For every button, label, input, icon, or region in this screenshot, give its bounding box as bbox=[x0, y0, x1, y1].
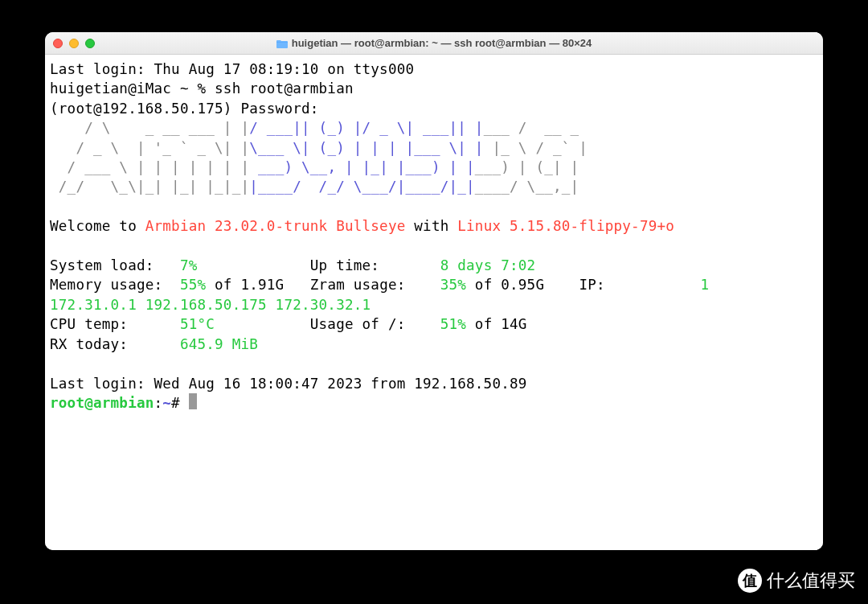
ascii-art-line: ___ / __ _ bbox=[484, 120, 588, 136]
stat-ip-label: IP: bbox=[579, 277, 700, 293]
stat-mem-label: Memory usage: bbox=[50, 277, 180, 293]
local-prompt-line: huigetian@iMac ~ % ssh root@armbian bbox=[50, 80, 354, 97]
ascii-art-line: ___) \__, | |_| |___) | | bbox=[249, 159, 475, 175]
ascii-art-line: | | | | | | | bbox=[137, 159, 249, 175]
watermark: 值 什么值得买 bbox=[738, 569, 855, 593]
folder-icon bbox=[276, 39, 288, 48]
ascii-art-line: ____/ \__,_| bbox=[475, 179, 579, 195]
stat-rx-label: RX today: bbox=[50, 336, 180, 352]
welcome-kernel: Linux 5.15.80-flippy-79+o bbox=[457, 218, 674, 234]
stat-ip-tail: 1 bbox=[700, 277, 709, 293]
zoom-icon[interactable] bbox=[85, 39, 95, 48]
terminal-window: huigetian — root@armbian: ~ — ssh root@a… bbox=[45, 32, 823, 550]
stat-uptime-value: 8 days 7:02 bbox=[440, 257, 536, 273]
stat-sysload-label: System load: bbox=[50, 257, 180, 273]
ascii-art-line: \___ \| (_) | | | |___ \| | bbox=[249, 140, 483, 156]
stat-usage-value: 51% bbox=[440, 316, 466, 332]
ascii-art-line: ___) | (_| | bbox=[475, 159, 579, 175]
last-login-line: Last login: Thu Aug 17 08:19:10 on ttys0… bbox=[50, 61, 414, 77]
stat-zram-value: 35% bbox=[440, 277, 466, 293]
ascii-art-line: _ __ ___ | | bbox=[137, 120, 249, 136]
title-wrap: huigetian — root@armbian: ~ — ssh root@a… bbox=[45, 37, 823, 49]
ascii-art-line: / _ \ bbox=[50, 140, 137, 156]
stat-sysload-value: 7% bbox=[180, 257, 198, 273]
window-title: huigetian — root@armbian: ~ — ssh root@a… bbox=[292, 37, 592, 49]
minimize-icon[interactable] bbox=[69, 39, 79, 48]
prompt-sep: : bbox=[154, 395, 163, 411]
ascii-art-line: / \ bbox=[50, 120, 137, 136]
stat-rx-value: 645.9 MiB bbox=[180, 336, 258, 352]
ascii-art-line: | '_ ` _ \| | bbox=[137, 140, 249, 156]
terminal-body[interactable]: Last login: Thu Aug 17 08:19:10 on ttys0… bbox=[45, 55, 823, 550]
stat-cpu-label: CPU temp: bbox=[50, 316, 180, 332]
prompt-user: root@armbian bbox=[50, 395, 154, 411]
stat-uptime-label: Up time: bbox=[310, 257, 440, 273]
watermark-badge-icon: 值 bbox=[738, 569, 762, 593]
ascii-art-line: |____/ /_/ \___/|____/|_| bbox=[249, 179, 475, 195]
stat-usage-label: Usage of /: bbox=[310, 316, 440, 332]
stat-ip-value: 172.31.0.1 192.168.50.175 172.30.32.1 bbox=[50, 297, 371, 313]
stat-mem-rest: of 1.91G bbox=[206, 277, 310, 293]
cursor-icon bbox=[189, 393, 197, 409]
welcome-os: Armbian 23.02.0-trunk Bullseye bbox=[145, 218, 406, 234]
ascii-art-line: |_ \ / _` | bbox=[484, 140, 588, 156]
last-login-footer: Last login: Wed Aug 16 18:00:47 2023 fro… bbox=[50, 376, 527, 392]
password-prompt-line: (root@192.168.50.175) Password: bbox=[50, 101, 319, 117]
stat-cpu-value: 51°C bbox=[180, 316, 215, 332]
ascii-art-line: / ___|| (_) |/ _ \| ___|| | bbox=[249, 120, 483, 136]
ascii-art-line: |_| |_| |_|_| bbox=[137, 179, 249, 195]
prompt-hash: # bbox=[171, 395, 180, 411]
welcome-prefix: Welcome to bbox=[50, 218, 145, 234]
window-controls bbox=[53, 39, 95, 48]
ascii-art-line: / ___ \ bbox=[50, 159, 137, 175]
welcome-mid: with bbox=[406, 218, 458, 234]
prompt-path: ~ bbox=[162, 395, 171, 411]
stat-zram-rest: of 0.95G bbox=[466, 277, 579, 293]
stat-mem-value: 55% bbox=[180, 277, 206, 293]
ascii-art-line: /_/ \_\ bbox=[50, 179, 137, 195]
watermark-text: 什么值得买 bbox=[767, 569, 855, 593]
titlebar: huigetian — root@armbian: ~ — ssh root@a… bbox=[45, 32, 823, 55]
close-icon[interactable] bbox=[53, 39, 63, 48]
stat-zram-label: Zram usage: bbox=[310, 277, 440, 293]
stat-usage-rest: of 14G bbox=[466, 316, 527, 332]
